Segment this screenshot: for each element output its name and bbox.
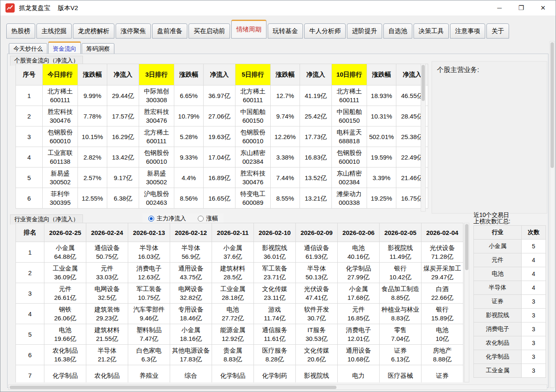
stock-flow-cell[interactable]: 25.42亿 (300, 106, 332, 126)
industry-cell[interactable]: IT服务30.53亿 (296, 324, 338, 345)
summary-count-cell[interactable]: 3 (522, 364, 546, 378)
industry-cell[interactable]: 文化传媒20.6亿 (296, 345, 338, 365)
tab-热股榜[interactable]: 热股榜 (6, 23, 35, 39)
industry-cell[interactable]: 证券 (422, 365, 463, 383)
stock-pct-cell[interactable]: 12.26% (271, 126, 300, 147)
industry-cell[interactable]: 专用设备18.46亿 (170, 304, 212, 324)
stock-name-cell[interactable]: 北方稀土600111 (332, 85, 367, 106)
industry-cell[interactable]: 综合 (170, 365, 212, 383)
stock-pct-cell[interactable]: 10.15% (78, 126, 107, 147)
industry-cell[interactable]: 光伏设备47.41亿 (296, 283, 338, 304)
summary-count-cell[interactable]: 5 (522, 240, 546, 253)
stock-seq-cell[interactable]: 6 (16, 188, 43, 209)
industry-cell[interactable]: 游戏11.74亿 (254, 304, 296, 324)
stock-name-cell[interactable]: 胜宏科技300476 (43, 106, 78, 126)
radio-selected-icon[interactable] (148, 216, 154, 222)
industry-cell[interactable]: 其他电源设备17.83亿 (170, 345, 212, 365)
stock-name-cell[interactable]: 胜宏科技300476 (139, 106, 174, 126)
minimize-button[interactable]: ─ (489, 0, 510, 15)
stock-flow-cell[interactable]: 13.21亿 (300, 188, 332, 209)
summary-count-cell[interactable]: 3 (522, 295, 546, 309)
industry-cell[interactable]: 文化传媒23.11亿 (254, 283, 296, 304)
industry-cell[interactable]: 电网设备32.5亿 (86, 283, 128, 304)
industry-cell[interactable]: 元件33.03亿 (86, 263, 128, 283)
industry-cell[interactable]: 建筑装饰29.23亿 (86, 304, 128, 324)
summary-industry-cell[interactable]: 农化制品 (474, 336, 522, 350)
tab-主线挖掘[interactable]: 主线挖掘 (36, 23, 72, 39)
industry-cell[interactable]: 农化制品 (86, 365, 128, 383)
stock-name-cell[interactable]: 中国船舶600150 (332, 106, 367, 126)
industry-cell[interactable]: 军工装备10.75亿 (128, 283, 170, 304)
industry-cell[interactable]: 光伏设备71.28亿 (422, 242, 463, 263)
stock-seq-cell[interactable]: 4 (16, 147, 43, 168)
industry-rank-cell[interactable]: 7 (16, 365, 44, 383)
industry-rank-cell[interactable]: 6 (16, 345, 44, 365)
stock-flow-cell[interactable]: 13.42亿 (107, 147, 139, 168)
stock-name-cell[interactable]: 新易盛300502 (139, 168, 174, 188)
stock-flow-cell[interactable]: 13.52亿 (300, 168, 332, 188)
industry-cell[interactable]: 元件26.61亿 (44, 283, 86, 304)
tab-玩转基金[interactable]: 玩转基金 (268, 23, 303, 39)
stock-name-cell[interactable]: 中国船舶600150 (235, 106, 271, 126)
summary-industry-cell[interactable]: 半导体 (474, 281, 522, 295)
industry-cell[interactable]: 电力 (338, 365, 380, 383)
stock-flow-cell[interactable]: 9.17亿 (107, 168, 139, 188)
industry-cell[interactable]: 影视院线11.49亿 (380, 242, 422, 263)
industry-cell[interactable]: 软件开发30.7亿 (296, 304, 338, 324)
industry-cell[interactable]: 半导体16.03亿 (128, 242, 170, 263)
industry-cell[interactable]: 养殖业 (128, 365, 170, 383)
industry-cell[interactable]: 通信设备50.75亿 (86, 242, 128, 263)
industry-cell[interactable]: 通用设备43.75亿 (170, 263, 212, 283)
summary-count-cell[interactable]: 3 (522, 350, 546, 364)
radio-pct-change[interactable]: 涨幅 (198, 215, 218, 222)
stock-name-cell[interactable]: 中际旭创300308 (139, 85, 174, 106)
industry-cell[interactable]: 消费电子12.63亿 (128, 263, 170, 283)
industry-cell[interactable]: 电池40.16亿 (338, 242, 380, 263)
summary-industry-cell[interactable]: 证券 (474, 295, 522, 309)
stock-name-cell[interactable]: 包钢股份600010 (43, 126, 78, 147)
industry-cell[interactable]: 化学制药 (254, 365, 296, 383)
industry-cell[interactable]: 食品加工制造8.85亿 (380, 283, 422, 304)
stock-name-cell[interactable]: 沪电股份002463 (139, 188, 174, 209)
summary-count-cell[interactable]: 3 (522, 309, 546, 322)
industry-cell[interactable]: 银行15.89亿 (422, 304, 463, 324)
industry-cell[interactable]: 工业金属36.09亿 (44, 263, 86, 283)
industry-cell[interactable]: 银行10.42亿 (380, 263, 422, 283)
stock-pct-cell[interactable]: 502.01% (367, 126, 396, 147)
stock-name-cell[interactable]: 胜宏科技300476 (235, 168, 271, 188)
stock-pct-cell[interactable]: 10.31% (367, 106, 396, 126)
stock-pct-cell[interactable]: 19.25% (367, 188, 396, 209)
industry-cell[interactable]: 能源金属12.92亿 (212, 324, 254, 345)
stock-flow-cell[interactable]: 27.06亿 (204, 106, 235, 126)
tab-决策工具[interactable]: 决策工具 (414, 23, 449, 39)
stock-pct-cell[interactable]: 9.99% (78, 85, 107, 106)
industry-cell[interactable]: 化学制品 (44, 365, 86, 383)
industry-cell[interactable]: 化学制品 (212, 365, 254, 383)
industry-cell[interactable]: 房地产8.88亿 (422, 345, 463, 365)
industry-cell[interactable]: 影视院线36.01亿 (254, 242, 296, 263)
stock-name-cell[interactable]: 东山精密002384 (235, 147, 271, 168)
industry-cell[interactable]: 塑料制品7.47亿 (128, 324, 170, 345)
radio-unselected-icon[interactable] (198, 216, 204, 222)
industry-rank-cell[interactable]: 2 (16, 263, 44, 283)
stock-seq-cell[interactable]: 2 (16, 106, 43, 126)
stock-pct-cell[interactable]: 7.78% (78, 106, 107, 126)
industry-cell[interactable]: 军工装备23.71亿 (254, 263, 296, 283)
summary-count-cell[interactable]: 4 (522, 281, 546, 295)
stock-pct-cell[interactable]: 9.33% (174, 147, 204, 168)
industry-rank-cell[interactable]: 4 (16, 304, 44, 324)
stock-seq-cell[interactable]: 1 (16, 85, 43, 106)
stock-name-cell[interactable]: 工业富联601138 (43, 147, 78, 168)
tab-龙虎榜解析[interactable]: 龙虎榜解析 (73, 23, 114, 39)
industry-cell[interactable]: 小金属18.16亿 (170, 324, 212, 345)
stock-name-cell[interactable]: 电科蓝天688818 (332, 126, 367, 147)
summary-industry-cell[interactable]: 影视院线 (474, 309, 522, 322)
industry-cell[interactable]: 白酒22.66亿 (422, 283, 463, 304)
industry-cell[interactable]: 电池27.72亿 (212, 304, 254, 324)
industry-cell[interactable]: 通信设备61.93亿 (296, 242, 338, 263)
summary-count-cell[interactable]: 3 (522, 322, 546, 336)
stock-flow-cell[interactable]: 36.97亿 (204, 85, 235, 106)
stock-flow-cell[interactable]: 17.73亿 (300, 126, 332, 147)
stock-flow-cell[interactable]: 16.65亿 (204, 188, 235, 209)
maximize-button[interactable]: ❐ (510, 0, 532, 15)
